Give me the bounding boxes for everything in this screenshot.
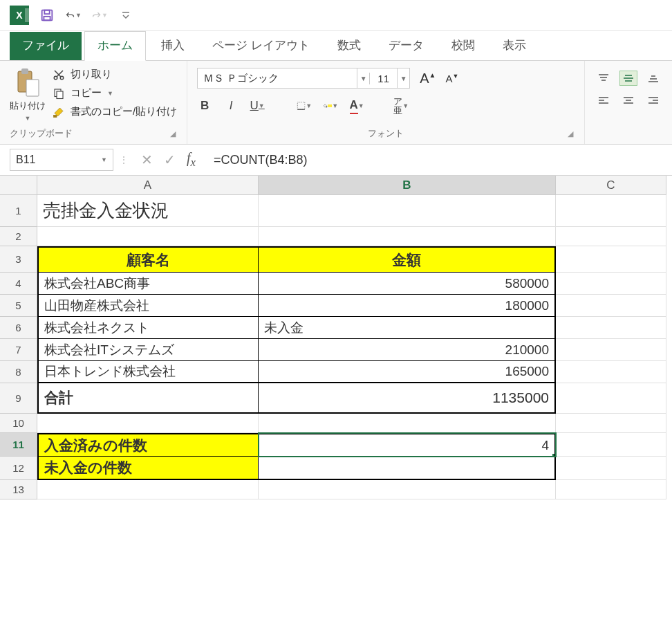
- row-header[interactable]: 12: [0, 457, 37, 480]
- formula-input[interactable]: [208, 149, 662, 171]
- col-header[interactable]: A: [37, 176, 259, 195]
- chevron-down-icon[interactable]: ▼: [357, 68, 369, 88]
- row-header[interactable]: 10: [0, 414, 37, 433]
- cell-A3[interactable]: 顧客名: [37, 246, 259, 273]
- name-box[interactable]: B11 ▼: [10, 149, 113, 171]
- paste-button[interactable]: 貼り付け ▼: [10, 68, 46, 122]
- tab-data[interactable]: データ: [376, 32, 436, 60]
- tab-insert[interactable]: 挿入: [149, 32, 197, 60]
- row-header[interactable]: 4: [0, 273, 37, 295]
- font-name-combo[interactable]: ＭＳ Ｐゴシック ▼ 11 ▼: [197, 68, 410, 89]
- row-header[interactable]: 5: [0, 295, 37, 317]
- row-header[interactable]: 8: [0, 361, 37, 383]
- cell-A7[interactable]: 株式会社ITシステムズ: [37, 339, 259, 361]
- save-button[interactable]: [39, 7, 55, 24]
- row-header[interactable]: 6: [0, 317, 37, 339]
- cell-B6[interactable]: 未入金: [259, 317, 556, 339]
- cell-A13[interactable]: [37, 480, 259, 499]
- cell-C3[interactable]: [556, 246, 666, 273]
- select-all-corner[interactable]: [0, 176, 37, 195]
- cell-C11[interactable]: [556, 433, 666, 457]
- tab-formulas[interactable]: 数式: [325, 32, 373, 60]
- chevron-down-icon[interactable]: ▼: [397, 68, 409, 88]
- undo-button[interactable]: ▼: [65, 7, 82, 24]
- col-header[interactable]: C: [556, 176, 666, 195]
- bold-button[interactable]: B: [197, 98, 212, 113]
- cell-A2[interactable]: [37, 227, 259, 246]
- cell-C12[interactable]: [556, 457, 666, 480]
- cell-A10[interactable]: [37, 414, 259, 433]
- customize-qat-button[interactable]: [118, 7, 134, 24]
- align-right-button[interactable]: [644, 93, 662, 108]
- cell-B12[interactable]: [259, 457, 556, 480]
- col-header[interactable]: B: [259, 176, 556, 195]
- tab-file[interactable]: ファイル: [10, 32, 82, 60]
- cell-A6[interactable]: 株式会社ネクスト: [37, 317, 259, 339]
- worksheet-grid[interactable]: 1 2 3 4 5 6 7 8 9 10 11 12 13 A B C 売掛金入…: [0, 176, 672, 499]
- cell-B2[interactable]: [259, 227, 556, 246]
- dialog-launcher-icon[interactable]: ◢: [169, 128, 177, 140]
- insert-function-icon[interactable]: fx: [187, 150, 196, 169]
- underline-button[interactable]: U ▼: [250, 98, 265, 113]
- cell-A12[interactable]: 未入金の件数: [37, 457, 259, 480]
- cell-A4[interactable]: 株式会社ABC商事: [37, 273, 259, 295]
- font-color-button[interactable]: A▼: [349, 98, 364, 113]
- enter-formula-icon[interactable]: ✓: [164, 152, 176, 168]
- font-size-value[interactable]: 11: [369, 73, 397, 84]
- cell-A9[interactable]: 合計: [37, 383, 259, 414]
- borders-button[interactable]: ▼: [297, 98, 312, 113]
- cell-B11[interactable]: 4: [259, 433, 556, 457]
- cell-B3[interactable]: 金額: [259, 246, 556, 273]
- align-middle-button[interactable]: [619, 71, 637, 86]
- cell-C7[interactable]: [556, 339, 666, 361]
- row-header[interactable]: 2: [0, 227, 37, 246]
- tab-page-layout[interactable]: ページ レイアウト: [200, 32, 322, 60]
- italic-button[interactable]: I: [223, 98, 239, 113]
- cancel-formula-icon[interactable]: ✕: [141, 152, 153, 168]
- align-center-button[interactable]: [619, 93, 637, 108]
- cell-B10[interactable]: [259, 414, 556, 433]
- format-painter-button[interactable]: 書式のコピー/貼り付け: [53, 105, 177, 118]
- cell-B9[interactable]: 1135000: [259, 383, 556, 414]
- cell-C6[interactable]: [556, 317, 666, 339]
- cell-B1[interactable]: [259, 195, 556, 227]
- cell-A8[interactable]: 日本トレンド株式会社: [37, 361, 259, 383]
- cell-C8[interactable]: [556, 361, 666, 383]
- row-header[interactable]: 13: [0, 480, 37, 499]
- copy-button[interactable]: コピー ▼: [53, 86, 177, 100]
- tab-review[interactable]: 校閲: [439, 32, 487, 60]
- cut-button[interactable]: 切り取り: [53, 68, 177, 81]
- align-bottom-button[interactable]: [644, 71, 662, 86]
- chevron-down-icon[interactable]: ▼: [101, 156, 107, 163]
- row-header[interactable]: 1: [0, 195, 37, 227]
- cell-C13[interactable]: [556, 480, 666, 499]
- cell-B4[interactable]: 580000: [259, 273, 556, 295]
- cell-C9[interactable]: [556, 383, 666, 414]
- row-header[interactable]: 3: [0, 246, 37, 273]
- tab-view[interactable]: 表示: [490, 32, 539, 60]
- cell-B5[interactable]: 180000: [259, 295, 556, 317]
- cell-C2[interactable]: [556, 227, 666, 246]
- cell-A1[interactable]: 売掛金入金状況: [37, 195, 259, 227]
- cell-C5[interactable]: [556, 295, 666, 317]
- cell-A11[interactable]: 入金済みの件数: [37, 433, 259, 457]
- cell-B8[interactable]: 165000: [259, 361, 556, 383]
- cell-B7[interactable]: 210000: [259, 339, 556, 361]
- decrease-font-icon[interactable]: A▼: [445, 73, 458, 84]
- increase-font-icon[interactable]: A▲: [420, 71, 436, 86]
- redo-button[interactable]: ▼: [91, 7, 108, 24]
- row-header[interactable]: 11: [0, 433, 37, 457]
- cell-C1[interactable]: [556, 195, 666, 227]
- phonetic-button[interactable]: ア亜▼: [393, 98, 409, 113]
- align-left-button[interactable]: [595, 93, 613, 108]
- fill-color-button[interactable]: ▼: [323, 98, 338, 113]
- tab-home[interactable]: ホーム: [84, 31, 146, 61]
- cell-C4[interactable]: [556, 273, 666, 295]
- cell-A5[interactable]: 山田物産株式会社: [37, 295, 259, 317]
- dialog-launcher-icon[interactable]: ◢: [566, 128, 575, 140]
- align-top-button[interactable]: [595, 71, 613, 86]
- cell-C10[interactable]: [556, 414, 666, 433]
- row-header[interactable]: 9: [0, 383, 37, 414]
- cell-B13[interactable]: [259, 480, 556, 499]
- row-header[interactable]: 7: [0, 339, 37, 361]
